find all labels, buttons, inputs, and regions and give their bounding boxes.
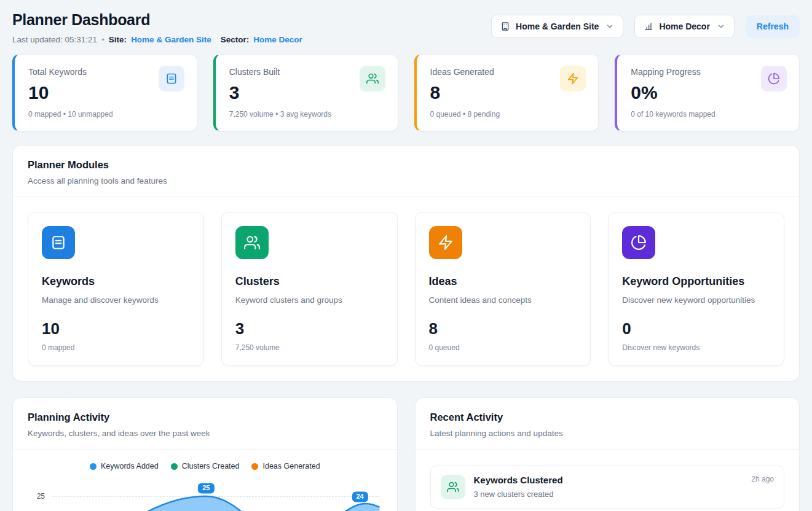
- header-actions: Home & Garden Site Home Decor Refresh: [491, 15, 800, 38]
- bar-chart-icon: [644, 21, 653, 31]
- activity-item-description: 3 new clusters created: [474, 490, 563, 499]
- planner-modules-section: Planner Modules Access all planning tool…: [12, 145, 800, 381]
- stat-card-ideas-generated: Ideas Generated 8 0 queued • 8 pending: [414, 54, 599, 131]
- modules-subtitle: Access all planning tools and features: [28, 176, 784, 185]
- chart-plot-area: 25 24: [52, 480, 380, 511]
- module-value: 8: [429, 319, 577, 338]
- building-icon: [500, 21, 510, 31]
- legend-item-ideas-generated: Ideas Generated: [251, 462, 320, 470]
- planning-activity-header: Planning Activity Keywords, clusters, an…: [13, 398, 397, 450]
- refresh-button[interactable]: Refresh: [746, 15, 800, 38]
- legend-label: Clusters Created: [182, 462, 240, 470]
- stat-subtext: 0 of 10 keywords mapped: [631, 110, 786, 119]
- module-description: Manage and discover keywords: [42, 295, 190, 305]
- module-subtext: 7,250 volume: [235, 343, 384, 352]
- site-selector-label: Home & Garden Site: [516, 21, 599, 31]
- module-subtext: Discover new keywords: [622, 343, 770, 352]
- legend-dot-icon: [90, 463, 97, 470]
- site-link[interactable]: Home & Garden Site: [131, 35, 211, 44]
- sector-selector-dropdown[interactable]: Home Decor: [634, 15, 734, 38]
- module-description: Discover new keyword opportunities: [622, 295, 770, 305]
- bottom-panels: Planning Activity Keywords, clusters, an…: [12, 397, 800, 511]
- modules-grid: Keywords Manage and discover keywords 10…: [13, 197, 799, 381]
- pie-chart-icon: [761, 66, 787, 92]
- planning-activity-chart: 25 25 24: [28, 480, 382, 511]
- pie-chart-icon: [622, 226, 655, 259]
- site-selector-dropdown[interactable]: Home & Garden Site: [491, 15, 623, 38]
- legend-dot-icon: [171, 463, 178, 470]
- stat-subtext: 0 queued • 8 pending: [430, 110, 585, 119]
- legend-label: Ideas Generated: [262, 462, 320, 470]
- legend-dot-icon: [251, 463, 258, 470]
- lightning-icon: [560, 66, 586, 92]
- stat-card-mapping-progress: Mapping Progress 0% 0 of 10 keywords map…: [615, 54, 800, 131]
- users-icon: [235, 226, 269, 259]
- module-value: 0: [622, 319, 770, 338]
- module-card-clusters[interactable]: Clusters Keyword clusters and groups 3 7…: [221, 212, 398, 366]
- site-label: Site:: [109, 35, 127, 44]
- sector-label: Sector:: [221, 35, 250, 44]
- lightning-icon: [429, 226, 462, 259]
- sector-link[interactable]: Home Decor: [253, 35, 302, 44]
- recent-activity-title: Recent Activity: [430, 412, 785, 423]
- module-title: Keywords: [42, 275, 190, 288]
- stat-cards-row: Total Keywords 10 0 mapped • 10 unmapped…: [12, 54, 800, 131]
- header-left: Planner Dashboard Last updated: 05:31:21…: [12, 11, 302, 44]
- note-icon: [42, 226, 75, 259]
- chevron-down-icon: [605, 22, 614, 31]
- activity-item-timestamp: 2h ago: [751, 475, 774, 483]
- module-value: 3: [235, 319, 384, 338]
- users-icon: [441, 475, 465, 499]
- sector-selector-label: Home Decor: [659, 21, 709, 31]
- legend-label: Keywords Added: [101, 462, 159, 470]
- data-point-label: 24: [352, 491, 368, 502]
- recent-activity-list: Keywords Clustered 3 new clusters create…: [416, 450, 800, 509]
- planner-dashboard-page: Planner Dashboard Last updated: 05:31:21…: [0, 0, 812, 511]
- module-description: Keyword clusters and groups: [235, 295, 384, 305]
- legend-item-clusters-created: Clusters Created: [171, 462, 240, 470]
- legend-item-keywords-added: Keywords Added: [90, 462, 159, 470]
- activity-item-title: Keywords Clustered: [474, 475, 563, 485]
- chart-body: Keywords Added Clusters Created Ideas Ge…: [13, 450, 397, 511]
- users-icon: [360, 66, 385, 92]
- module-value: 10: [42, 319, 190, 338]
- module-card-ideas[interactable]: Ideas Content ideas and concepts 8 0 que…: [415, 212, 591, 366]
- recent-activity-panel: Recent Activity Latest planning actions …: [415, 397, 800, 511]
- note-icon: [159, 66, 184, 92]
- stat-subtext: 0 mapped • 10 unmapped: [28, 110, 183, 119]
- module-subtext: 0 mapped: [42, 343, 190, 352]
- module-title: Ideas: [429, 275, 577, 288]
- stat-card-total-keywords: Total Keywords 10 0 mapped • 10 unmapped: [12, 54, 197, 131]
- data-point-label: 25: [198, 483, 214, 493]
- planning-activity-panel: Planning Activity Keywords, clusters, an…: [12, 397, 398, 511]
- modules-header: Planner Modules Access all planning tool…: [13, 146, 799, 197]
- chevron-down-icon: [717, 22, 725, 31]
- stat-subtext: 7,250 volume • 3 avg keywords: [229, 110, 384, 119]
- page-title: Planner Dashboard: [12, 11, 302, 29]
- module-card-keyword-opportunities[interactable]: Keyword Opportunities Discover new keywo…: [608, 212, 784, 366]
- activity-item-keywords-clustered: Keywords Clustered 3 new clusters create…: [430, 466, 785, 509]
- module-description: Content ideas and concepts: [429, 295, 577, 305]
- module-subtext: 0 queued: [429, 343, 577, 352]
- header: Planner Dashboard Last updated: 05:31:21…: [12, 11, 800, 44]
- chart-legend: Keywords Added Clusters Created Ideas Ge…: [28, 462, 382, 470]
- planning-activity-title: Planning Activity: [28, 412, 382, 423]
- y-axis-tick: 25: [28, 492, 45, 501]
- module-card-keywords[interactable]: Keywords Manage and discover keywords 10…: [28, 212, 204, 366]
- activity-item-text: Keywords Clustered 3 new clusters create…: [474, 475, 563, 499]
- keywords-added-area-series: [52, 480, 380, 511]
- meta-row: Last updated: 05:31:21 • Site: Home & Ga…: [12, 35, 302, 44]
- stat-card-clusters-built: Clusters Built 3 7,250 volume • 3 avg ke…: [213, 54, 398, 131]
- meta-separator: •: [101, 35, 104, 44]
- module-title: Clusters: [235, 275, 384, 288]
- last-updated-text: Last updated: 05:31:21: [12, 35, 97, 44]
- recent-activity-subtitle: Latest planning actions and updates: [430, 429, 785, 438]
- recent-activity-header: Recent Activity Latest planning actions …: [416, 398, 800, 450]
- module-title: Keyword Opportunities: [622, 275, 770, 288]
- planning-activity-subtitle: Keywords, clusters, and ideas over the p…: [28, 429, 382, 438]
- modules-title: Planner Modules: [28, 159, 784, 171]
